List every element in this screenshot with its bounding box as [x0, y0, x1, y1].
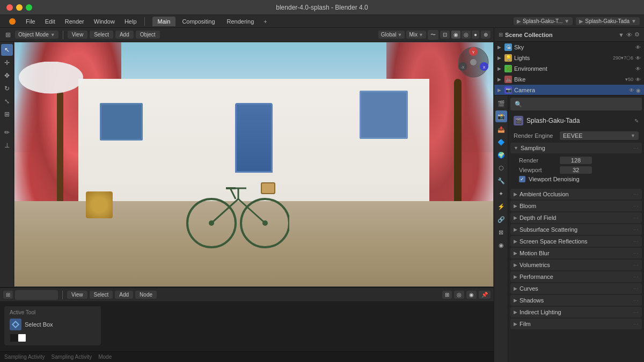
sampling-section-header[interactable]: ▼ Sampling ⋯	[510, 143, 642, 153]
node-render-toggle[interactable]: ◉	[466, 291, 477, 299]
prop-scene-icon[interactable]: 🎬	[495, 98, 507, 109]
bottom-node-menu[interactable]: Node	[135, 291, 157, 299]
prop-data-icon[interactable]: ⊠	[495, 226, 507, 238]
bottom-add-menu[interactable]: Add	[115, 291, 133, 299]
tool-rotate[interactable]: ↻	[1, 83, 13, 94]
tool-transform[interactable]: ⊞	[1, 108, 13, 120]
dof-header[interactable]: ▶ Depth of Field ⋯	[510, 212, 642, 223]
camera-render[interactable]: ◉	[636, 87, 641, 93]
nav-gizmo[interactable]: Y X -X	[457, 46, 489, 78]
denoising-checkbox[interactable]: ✓	[519, 176, 525, 182]
node-display-toggle[interactable]: ⊞	[442, 291, 452, 299]
prop-object-icon[interactable]: ⬡	[495, 162, 507, 174]
viewport-sample-value[interactable]: 32	[560, 166, 592, 174]
prop-constraints-icon[interactable]: 🔗	[495, 213, 507, 225]
menu-file[interactable]: File	[21, 17, 40, 26]
sss-header[interactable]: ▶ Subsurface Scattering ⋯	[510, 224, 642, 235]
viewport-overlay-icon[interactable]: ⊞	[3, 30, 13, 40]
minimize-button[interactable]	[16, 4, 23, 11]
volumetrics-header[interactable]: ▶ Volumetrics ⋯	[510, 260, 642, 270]
prop-render-icon[interactable]: 📸	[495, 110, 507, 122]
transform-orientation[interactable]: Global ▼	[378, 31, 405, 39]
sky-eye[interactable]: 👁	[635, 45, 641, 50]
menu-blender[interactable]	[4, 16, 20, 26]
prop-material-icon[interactable]: ◉	[495, 239, 507, 251]
outliner-filter-icon[interactable]: ▼	[618, 32, 624, 38]
search-input[interactable]	[524, 101, 638, 107]
close-button[interactable]	[6, 4, 13, 11]
scene-selector-left[interactable]: ▶ Splash-Gaku-T... ▼	[514, 17, 573, 25]
node-pin[interactable]: 📌	[479, 291, 491, 299]
tool-scale[interactable]: ⤡	[1, 95, 13, 107]
object-menu[interactable]: Object	[136, 31, 160, 39]
prop-output-icon[interactable]: 📤	[495, 123, 507, 135]
tool-select[interactable]: ↖	[1, 44, 13, 56]
tool-move[interactable]: ✥	[1, 70, 13, 82]
outliner-item-sky[interactable]: ▶ 🌤 Sky 👁	[494, 42, 644, 53]
curves-header[interactable]: ▶ Curves ⋯	[510, 283, 642, 294]
tab-compositing[interactable]: Compositing	[177, 17, 220, 26]
shadows-header[interactable]: ▶ Shadows ⋯	[510, 295, 642, 306]
ssr-header[interactable]: ▶ Screen Space Reflections ⋯	[510, 236, 642, 247]
node-type-selector[interactable]	[15, 290, 58, 300]
render-sample-value[interactable]: 128	[560, 157, 592, 164]
snap-toggle[interactable]: ⊡	[440, 31, 450, 39]
bike-eye[interactable]: 👁	[635, 77, 641, 83]
object-mode-dropdown[interactable]: Object Mode ▼	[15, 31, 58, 39]
prop-particles-icon[interactable]: ✦	[495, 188, 507, 200]
outliner-item-camera[interactable]: ▶ 📷 Camera 👁 ◉	[494, 85, 644, 95]
tool-measure[interactable]: ⊥	[1, 139, 13, 151]
status-bar: Sampling Activity Sampling Activity Mode	[0, 351, 494, 362]
shading-dropdown[interactable]: Mix ▼	[406, 31, 426, 39]
swatch-black[interactable]	[10, 334, 18, 342]
proportional-editing[interactable]: 〜	[428, 30, 438, 40]
prop-view-icon[interactable]: 🔷	[495, 136, 507, 148]
tab-rendering[interactable]: Rendering	[222, 17, 260, 26]
scene-selector-right[interactable]: ▶ Splash-Gaku-Tada ▼	[576, 17, 640, 25]
tab-main[interactable]: Main	[152, 17, 176, 26]
outliner-item-bike[interactable]: ▶ 🚲 Bike ▾50 👁	[494, 74, 644, 85]
dof-dots: ⋯	[633, 215, 639, 221]
prop-modifier-icon[interactable]: 🔧	[495, 175, 507, 187]
shading-render[interactable]: ●	[472, 31, 479, 39]
film-header[interactable]: ▶ Film ⋯	[510, 319, 642, 329]
motion-blur-header[interactable]: ▶ Motion Blur ⋯	[510, 248, 642, 258]
lights-eye[interactable]: 👁	[635, 55, 641, 61]
shading-material[interactable]: ◎	[462, 31, 471, 39]
scene-name-edit-icon[interactable]: ✎	[634, 118, 639, 124]
ambient-occlusion-header[interactable]: ▶ Ambient Occlusion ⋯	[510, 189, 642, 200]
tab-add[interactable]: +	[260, 17, 270, 26]
shading-solid[interactable]: ◉	[451, 31, 460, 39]
select-menu[interactable]: Select	[90, 31, 113, 39]
camera-eye[interactable]: 👁	[629, 87, 634, 93]
tool-cursor[interactable]: ✛	[1, 57, 13, 69]
outliner-eye-icon[interactable]: 👁	[626, 32, 632, 38]
outliner-item-env[interactable]: ▶ 🌿 Environment 👁	[494, 63, 644, 74]
node-editor-icon[interactable]: ⊞	[3, 291, 13, 299]
bloom-header[interactable]: ▶ Bloom ⋯	[510, 201, 642, 211]
menu-edit[interactable]: Edit	[41, 17, 60, 26]
menu-window[interactable]: Window	[90, 17, 119, 26]
render-engine-dropdown[interactable]: EEVEE ▼	[560, 131, 639, 140]
viewport-extra[interactable]: ⊕	[481, 31, 491, 39]
swatch-white[interactable]	[18, 334, 26, 342]
node-overlay-toggle[interactable]: ◎	[454, 291, 464, 299]
prop-physics-icon[interactable]: ⚡	[495, 201, 507, 212]
performance-header[interactable]: ▶ Performance ⋯	[510, 271, 642, 282]
maximize-button[interactable]	[26, 4, 32, 11]
indirect-lighting-header[interactable]: ▶ Indirect Lighting ⋯	[510, 307, 642, 317]
lights-name: Lights	[514, 55, 609, 61]
outliner-gear-icon[interactable]: ⚙	[634, 31, 640, 38]
camera-vis: 👁 ◉	[629, 87, 641, 93]
prop-world-icon[interactable]: 🌍	[495, 149, 507, 161]
view-menu[interactable]: View	[68, 31, 88, 39]
outliner-item-lights[interactable]: ▶ 💡 Lights 290▾7⬡6 👁	[494, 53, 644, 63]
menu-help[interactable]: Help	[120, 17, 141, 26]
tool-annotate[interactable]: ✏	[1, 127, 13, 138]
bottom-select-menu[interactable]: Select	[90, 291, 113, 299]
menu-render[interactable]: Render	[61, 17, 89, 26]
env-eye[interactable]: 👁	[635, 66, 641, 72]
add-menu[interactable]: Add	[115, 31, 134, 39]
viewport-canvas[interactable]: Y X -X	[14, 42, 494, 287]
bottom-view-menu[interactable]: View	[67, 291, 87, 299]
